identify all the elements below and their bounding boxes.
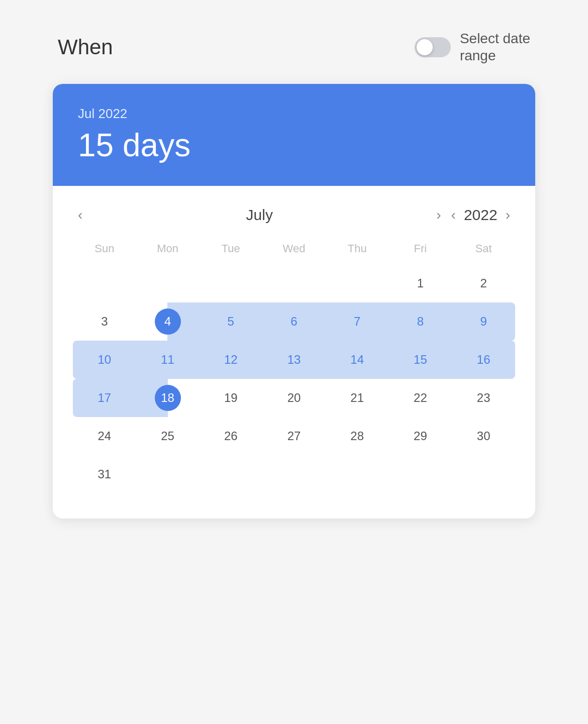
- day-cell[interactable]: 29: [389, 417, 452, 455]
- day-cell[interactable]: 21: [326, 379, 389, 417]
- day-cell[interactable]: 14: [326, 341, 389, 379]
- day-cell: [326, 264, 389, 302]
- day-cell[interactable]: 22: [389, 379, 452, 417]
- week-row: 10111213141516: [73, 341, 515, 379]
- day-cell[interactable]: 17: [73, 379, 136, 417]
- day-cell: [389, 455, 452, 493]
- calendar-header: Jul 2022 15 days: [53, 84, 535, 186]
- nav-month-label: July: [87, 206, 431, 224]
- week-row: 17181920212223: [73, 379, 515, 417]
- day-cell[interactable]: 25: [136, 417, 200, 455]
- week-row: 24252627282930: [73, 417, 515, 455]
- day-cell[interactable]: 28: [326, 417, 389, 455]
- calendar-body: ‹ July › ‹ 2022 › SunMonTueWedThuFriSat …: [53, 186, 535, 519]
- day-cell: [136, 264, 200, 302]
- dow-header: Mon: [136, 242, 200, 264]
- day-cell: [73, 264, 136, 302]
- day-cell[interactable]: 30: [452, 417, 515, 455]
- day-cell[interactable]: 13: [262, 341, 326, 379]
- calendar-grid: SunMonTueWedThuFriSat 123456789101112131…: [73, 242, 515, 493]
- dow-headers-row: SunMonTueWedThuFriSat: [73, 242, 515, 264]
- when-label: When: [58, 35, 113, 59]
- day-cell[interactable]: 10: [73, 341, 136, 379]
- dow-header: Wed: [262, 242, 326, 264]
- day-cell[interactable]: 23: [452, 379, 515, 417]
- day-cell[interactable]: 2: [452, 264, 515, 302]
- day-cell[interactable]: 27: [262, 417, 326, 455]
- day-cell: [199, 264, 262, 302]
- next-month-button[interactable]: ›: [431, 206, 446, 224]
- day-cell: [262, 455, 326, 493]
- prev-month-button[interactable]: ‹: [73, 206, 87, 224]
- next-year-button[interactable]: ›: [501, 206, 515, 224]
- week-row: 12: [73, 264, 515, 302]
- day-cell[interactable]: 1: [389, 264, 452, 302]
- nav-year-label: 2022: [461, 206, 501, 224]
- day-cell[interactable]: 8: [389, 302, 452, 341]
- calendar-card: Jul 2022 15 days ‹ July › ‹ 2022 › SunMo…: [53, 84, 535, 519]
- day-cell[interactable]: 12: [199, 341, 262, 379]
- day-cell[interactable]: 15: [389, 341, 452, 379]
- day-cell: [326, 455, 389, 493]
- day-cell[interactable]: 20: [262, 379, 326, 417]
- toggle-label: Select daterange: [460, 30, 530, 64]
- day-cell[interactable]: 3: [73, 302, 136, 341]
- day-cell[interactable]: 6: [262, 302, 326, 341]
- dow-header: Sat: [452, 242, 515, 264]
- toggle-group: Select daterange: [415, 30, 530, 64]
- dow-header: Thu: [326, 242, 389, 264]
- week-row: 3456789: [73, 302, 515, 341]
- day-cell[interactable]: 16: [452, 341, 515, 379]
- week-row: 31: [73, 455, 515, 493]
- dow-header: Sun: [73, 242, 136, 264]
- day-cell[interactable]: 7: [326, 302, 389, 341]
- day-cell[interactable]: 19: [199, 379, 262, 417]
- calendar-days-count: 15 days: [78, 127, 510, 164]
- day-cell[interactable]: 11: [136, 341, 200, 379]
- calendar-month-year: Jul 2022: [78, 106, 510, 122]
- day-cell[interactable]: 9: [452, 302, 515, 341]
- page-wrapper: When Select daterange Jul 2022 15 days ‹…: [53, 30, 535, 519]
- prev-year-button[interactable]: ‹: [446, 206, 461, 224]
- day-cell[interactable]: 4: [136, 302, 200, 341]
- day-cell[interactable]: 18: [136, 379, 200, 417]
- day-cell[interactable]: 26: [199, 417, 262, 455]
- calendar-nav: ‹ July › ‹ 2022 ›: [73, 206, 515, 224]
- dow-header: Tue: [199, 242, 262, 264]
- day-cell: [136, 455, 200, 493]
- day-cell[interactable]: 31: [73, 455, 136, 493]
- day-cell[interactable]: 24: [73, 417, 136, 455]
- dow-header: Fri: [389, 242, 452, 264]
- day-cell[interactable]: 5: [199, 302, 262, 341]
- day-cell: [452, 455, 515, 493]
- header-row: When Select daterange: [53, 30, 535, 64]
- date-range-toggle[interactable]: [415, 37, 451, 57]
- day-cell: [262, 264, 326, 302]
- day-cell: [199, 455, 262, 493]
